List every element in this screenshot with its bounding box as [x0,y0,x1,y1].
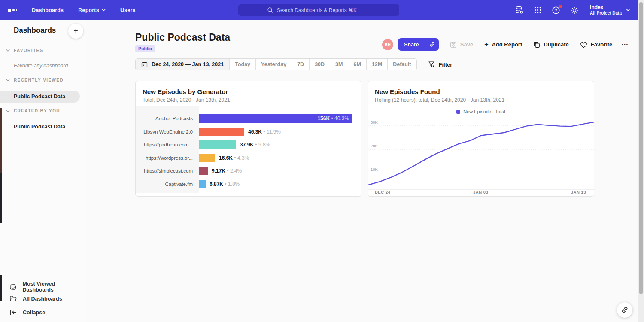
bar-row: Captivate.fm6.87K • 1.8% [136,178,361,191]
avatar[interactable]: RH [382,39,393,50]
card-divider [368,106,594,106]
y-tick-label: 30K [371,120,378,125]
collapse-sidebar-button[interactable]: Collapse [9,309,45,316]
background-window-edge [0,173,2,223]
chevron-down-icon [626,9,630,12]
sidebar-item-public-podcast-data-created[interactable]: Public Podcast Data [0,121,80,133]
page-title: Public Podcast Data [135,32,230,43]
duplicate-icon [533,41,540,48]
chevron-down-icon [6,49,10,52]
bar[interactable] [199,128,244,136]
bar-value-label: 9.17K • 2.4% [212,168,242,174]
bar-category-label: https://wordpress.or... [136,155,199,161]
duplicate-button[interactable]: Duplicate [533,41,569,48]
sidebar-section-created-by-you[interactable]: CREATED BY YOU [0,109,60,113]
calendar-icon [141,61,148,68]
sidebar-item-public-podcast-data[interactable]: Public Podcast Data [0,91,80,103]
bar-value-label: 46.3K • 11.9% [248,129,281,135]
bar-value-label: 16.6K • 4.3% [219,155,249,161]
bar-category-label: https://podbean.com... [136,142,199,147]
bar-row: https://simplecast.com9.17K • 2.4% [136,164,361,178]
filter-button[interactable]: Filter [428,61,453,68]
y-tick-label: 20K [371,143,378,148]
header-actions: RH Share Save + Add Report Duplicate Fav… [382,38,629,51]
bar-row: https://podbean.com...37.9K • 9.8% [136,138,361,152]
x-tick-label: JAN 03 [473,190,488,194]
scrollbar-track[interactable] [638,0,644,322]
scrollbar-thumb[interactable] [639,2,643,294]
bar-row: Libsyn WebEngine 2.046.3K • 11.9% [136,125,361,139]
settings-gear-icon[interactable] [570,6,579,15]
collapse-icon [9,309,17,316]
date-preset-30d[interactable]: 30D [309,59,330,70]
link-icon [429,41,435,48]
date-preset-today[interactable]: Today [229,59,255,70]
plus-icon: + [484,42,488,48]
bar-category-label: Anchor Podcasts [136,116,199,121]
bar[interactable] [199,154,215,162]
chevron-down-icon [102,9,106,12]
nav-users[interactable]: Users [120,7,136,13]
most-viewed-dashboards-button[interactable]: Most Viewed Dashboards [9,281,86,293]
link-icon [621,306,629,314]
save-icon [450,41,457,48]
add-report-button[interactable]: + Add Report [484,41,522,48]
date-controls: Dec 24, 2020 — Jan 13, 2021 TodayYesterd… [135,58,452,70]
search-input[interactable] [277,7,371,13]
legend-label: New Episode - Total [463,109,505,114]
bar-category-label: https://simplecast.com [136,168,199,173]
help-icon[interactable]: ? [551,6,561,15]
share-split-button: Share [398,38,439,51]
date-preset-7d[interactable]: 7D [292,59,309,70]
app-window: Dashboards Reports Users ? [0,0,644,322]
favorite-button[interactable]: Favorite [580,41,613,48]
sidebar-section-recently-viewed[interactable]: RECENTLY VIEWED [0,78,64,82]
bar[interactable]: 156K • 40.3% [199,114,352,123]
sidebar-footer-divider [0,278,86,278]
share-link-button[interactable] [425,38,439,51]
y-tick-label: 10K [371,167,378,172]
date-preset-6m[interactable]: 6M [348,59,366,70]
line-series [369,122,594,185]
x-tick-label: DEC 24 [375,190,390,194]
background-window-edge [0,108,2,173]
chart-legend: New Episode - Total [368,109,594,114]
chevron-down-icon [6,110,10,112]
sidebar: Dashboards + FAVORITES Favorite any dash… [0,20,86,322]
visibility-badge: Public [135,45,155,52]
date-range-button[interactable]: Dec 24, 2020 — Jan 13, 2021 [136,59,229,70]
bar-chart-body: Anchor Podcasts156K • 40.3%Libsyn WebEng… [136,106,361,196]
chart-subtitle: Rolling (12 hours), total, Dec 24th, 202… [375,97,504,103]
apps-grid-icon[interactable] [533,6,542,15]
sidebar-section-favorites[interactable]: FAVORITES [0,48,43,53]
date-preset-12m[interactable]: 12M [366,59,387,70]
bar-category-label: Libsyn WebEngine 2.0 [136,129,199,134]
add-dashboard-button[interactable]: + [68,24,83,39]
top-navbar: Dashboards Reports Users ? [0,0,638,20]
bar[interactable] [199,180,206,188]
bar[interactable] [199,140,236,149]
bar-category-label: Captivate.fm [136,182,199,187]
project-name: Index [590,4,622,10]
date-preset-yesterday[interactable]: Yesterday [255,59,292,70]
share-button[interactable]: Share [398,38,425,51]
date-preset-3m[interactable]: 3M [330,59,348,70]
project-switcher[interactable]: Index All Project Data [590,4,630,16]
legend-swatch [456,110,460,114]
heart-icon [580,41,587,48]
chevron-down-icon [6,79,10,82]
nav-reports[interactable]: Reports [78,7,106,13]
folder-icon [9,295,17,302]
app-logo[interactable] [8,9,17,12]
project-subtitle: All Project Data [590,10,622,16]
global-search[interactable] [238,4,399,16]
more-options-button[interactable]: ••• [622,43,628,47]
data-sources-icon[interactable] [514,6,524,15]
floating-share-link-button[interactable] [617,302,632,318]
line-chart-card: New Episodes Found Rolling (12 hours), t… [368,81,594,197]
bar[interactable] [199,167,208,175]
date-preset-default[interactable]: Default [387,59,416,70]
all-dashboards-button[interactable]: All Dashboards [9,295,62,302]
nav-dashboards[interactable]: Dashboards [32,7,64,13]
save-button[interactable]: Save [450,41,473,48]
